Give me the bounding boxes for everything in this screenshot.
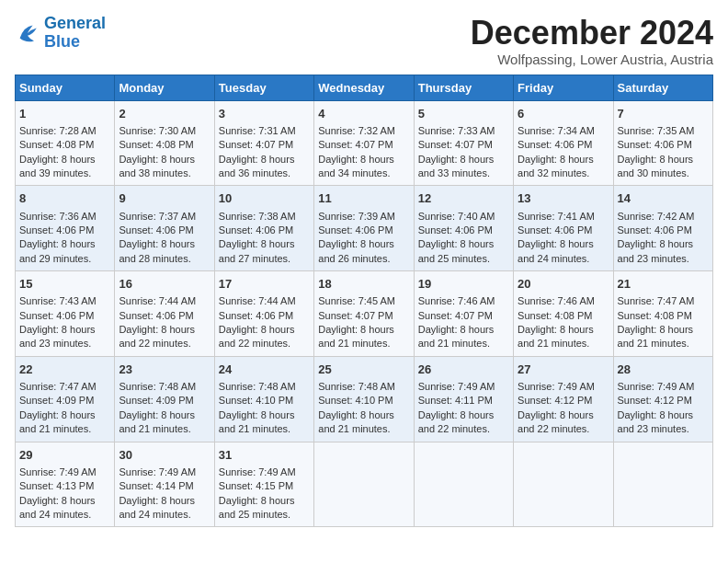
daylight-text: Daylight: 8 hours and 34 minutes.: [318, 153, 409, 181]
sunrise-text: Sunrise: 7:44 AM: [219, 294, 310, 308]
sunrise-text: Sunrise: 7:39 AM: [318, 210, 409, 224]
calendar-week-row: 8Sunrise: 7:36 AMSunset: 4:06 PMDaylight…: [16, 186, 713, 271]
calendar-cell: 13Sunrise: 7:41 AMSunset: 4:06 PMDayligh…: [514, 186, 613, 271]
column-header-tuesday: Tuesday: [214, 75, 313, 100]
daylight-text: Daylight: 8 hours and 21 minutes.: [19, 408, 110, 437]
sunset-text: Sunset: 4:06 PM: [119, 309, 210, 323]
daylight-text: Daylight: 8 hours and 38 minutes.: [119, 153, 210, 181]
calendar-week-row: 1Sunrise: 7:28 AMSunset: 4:08 PMDaylight…: [16, 100, 713, 186]
column-header-wednesday: Wednesday: [314, 75, 414, 100]
calendar-cell: 27Sunrise: 7:49 AMSunset: 4:12 PMDayligh…: [514, 356, 613, 442]
sunset-text: Sunset: 4:07 PM: [318, 309, 409, 323]
day-number: 2: [119, 106, 210, 122]
sunrise-text: Sunrise: 7:46 AM: [518, 294, 609, 308]
column-header-monday: Monday: [115, 75, 214, 100]
calendar-cell: 24Sunrise: 7:48 AMSunset: 4:10 PMDayligh…: [214, 356, 313, 442]
daylight-text: Daylight: 8 hours and 39 minutes.: [19, 153, 110, 181]
day-number: 23: [119, 362, 210, 378]
sunset-text: Sunset: 4:12 PM: [618, 394, 709, 408]
daylight-text: Daylight: 8 hours and 23 minutes.: [618, 237, 709, 266]
daylight-text: Daylight: 8 hours and 22 minutes.: [119, 323, 210, 351]
day-number: 31: [219, 447, 310, 464]
day-number: 22: [19, 362, 110, 378]
logo-icon: [15, 20, 40, 46]
calendar-cell: 1Sunrise: 7:28 AMSunset: 4:08 PMDaylight…: [16, 100, 115, 186]
daylight-text: Daylight: 8 hours and 21 minutes.: [618, 323, 709, 351]
calendar-header-row: SundayMondayTuesdayWednesdayThursdayFrid…: [16, 75, 713, 100]
sunset-text: Sunset: 4:12 PM: [518, 394, 609, 408]
sunset-text: Sunset: 4:06 PM: [119, 224, 210, 237]
sunrise-text: Sunrise: 7:28 AM: [19, 124, 110, 138]
daylight-text: Daylight: 8 hours and 24 minutes.: [518, 237, 609, 266]
daylight-text: Daylight: 8 hours and 27 minutes.: [219, 237, 310, 266]
day-number: 28: [618, 362, 709, 378]
daylight-text: Daylight: 8 hours and 22 minutes.: [518, 408, 609, 437]
calendar-cell: 8Sunrise: 7:36 AMSunset: 4:06 PMDaylight…: [16, 186, 115, 271]
sunset-text: Sunset: 4:08 PM: [618, 309, 709, 323]
calendar-cell: 15Sunrise: 7:43 AMSunset: 4:06 PMDayligh…: [16, 271, 115, 357]
day-number: 1: [19, 106, 110, 122]
daylight-text: Daylight: 8 hours and 22 minutes.: [418, 408, 509, 437]
daylight-text: Daylight: 8 hours and 23 minutes.: [618, 408, 709, 437]
sunrise-text: Sunrise: 7:37 AM: [119, 210, 210, 224]
calendar-cell: 31Sunrise: 7:49 AMSunset: 4:15 PMDayligh…: [214, 442, 313, 527]
day-number: 29: [19, 447, 110, 464]
calendar-week-row: 29Sunrise: 7:49 AMSunset: 4:13 PMDayligh…: [16, 442, 713, 527]
day-number: 18: [318, 276, 409, 293]
sunset-text: Sunset: 4:06 PM: [618, 138, 709, 152]
sunset-text: Sunset: 4:11 PM: [418, 394, 509, 408]
sunrise-text: Sunrise: 7:44 AM: [119, 294, 210, 308]
day-number: 3: [219, 106, 310, 122]
sunset-text: Sunset: 4:13 PM: [19, 479, 110, 493]
calendar-cell: [314, 442, 414, 527]
day-number: 13: [518, 190, 609, 207]
sunset-text: Sunset: 4:14 PM: [119, 479, 210, 493]
sunrise-text: Sunrise: 7:47 AM: [618, 294, 709, 308]
location-title: Wolfpassing, Lower Austria, Austria: [471, 52, 713, 67]
day-number: 8: [19, 190, 110, 207]
calendar-cell: 29Sunrise: 7:49 AMSunset: 4:13 PMDayligh…: [16, 442, 115, 527]
sunset-text: Sunset: 4:10 PM: [318, 394, 409, 408]
sunset-text: Sunset: 4:06 PM: [618, 224, 709, 237]
calendar-cell: 20Sunrise: 7:46 AMSunset: 4:08 PMDayligh…: [514, 271, 613, 357]
sunrise-text: Sunrise: 7:49 AM: [518, 380, 609, 394]
sunrise-text: Sunrise: 7:35 AM: [618, 124, 709, 138]
daylight-text: Daylight: 8 hours and 24 minutes.: [19, 494, 110, 523]
day-number: 17: [219, 276, 310, 293]
sunset-text: Sunset: 4:06 PM: [518, 224, 609, 237]
daylight-text: Daylight: 8 hours and 26 minutes.: [318, 237, 409, 266]
sunset-text: Sunset: 4:15 PM: [219, 479, 310, 493]
sunrise-text: Sunrise: 7:41 AM: [518, 210, 609, 224]
calendar-cell: 16Sunrise: 7:44 AMSunset: 4:06 PMDayligh…: [115, 271, 214, 357]
column-header-friday: Friday: [514, 75, 613, 100]
sunrise-text: Sunrise: 7:40 AM: [418, 210, 509, 224]
day-number: 11: [318, 190, 409, 207]
daylight-text: Daylight: 8 hours and 24 minutes.: [119, 494, 210, 523]
calendar-cell: 10Sunrise: 7:38 AMSunset: 4:06 PMDayligh…: [214, 186, 313, 271]
day-number: 19: [418, 276, 509, 293]
calendar-cell: [414, 442, 513, 527]
sunrise-text: Sunrise: 7:48 AM: [219, 380, 310, 394]
day-number: 14: [618, 190, 709, 207]
calendar-cell: 28Sunrise: 7:49 AMSunset: 4:12 PMDayligh…: [613, 356, 712, 442]
day-number: 24: [219, 362, 310, 378]
sunset-text: Sunset: 4:08 PM: [518, 309, 609, 323]
daylight-text: Daylight: 8 hours and 29 minutes.: [19, 237, 110, 266]
calendar-cell: 14Sunrise: 7:42 AMSunset: 4:06 PMDayligh…: [613, 186, 712, 271]
sunrise-text: Sunrise: 7:49 AM: [618, 380, 709, 394]
column-header-sunday: Sunday: [16, 75, 115, 100]
title-block: December 2024 Wolfpassing, Lower Austria…: [471, 15, 713, 67]
sunset-text: Sunset: 4:09 PM: [19, 394, 110, 408]
calendar-week-row: 22Sunrise: 7:47 AMSunset: 4:09 PMDayligh…: [16, 356, 713, 442]
calendar-cell: 17Sunrise: 7:44 AMSunset: 4:06 PMDayligh…: [214, 271, 313, 357]
page-header: General Blue December 2024 Wolfpassing, …: [15, 15, 713, 67]
sunrise-text: Sunrise: 7:34 AM: [518, 124, 609, 138]
sunrise-text: Sunrise: 7:33 AM: [418, 124, 509, 138]
logo-text: General Blue: [44, 15, 106, 52]
sunrise-text: Sunrise: 7:49 AM: [19, 465, 110, 479]
daylight-text: Daylight: 8 hours and 21 minutes.: [518, 323, 609, 351]
sunrise-text: Sunrise: 7:42 AM: [618, 210, 709, 224]
sunset-text: Sunset: 4:08 PM: [19, 138, 110, 152]
sunset-text: Sunset: 4:07 PM: [418, 138, 509, 152]
calendar-cell: 4Sunrise: 7:32 AMSunset: 4:07 PMDaylight…: [314, 100, 414, 186]
